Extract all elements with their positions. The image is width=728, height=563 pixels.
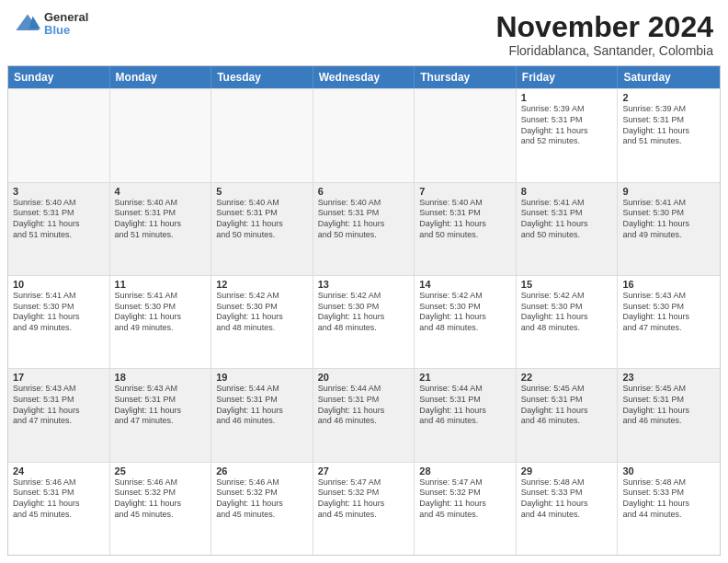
cal-cell: 23Sunrise: 5:45 AM Sunset: 5:31 PM Dayli…: [618, 369, 720, 461]
day-info: Sunrise: 5:41 AM Sunset: 5:30 PM Dayligh…: [622, 198, 715, 241]
page-container: General Blue November 2024 Floridablanca…: [0, 0, 728, 563]
day-number: 3: [13, 186, 105, 197]
day-number: 27: [318, 465, 410, 477]
cal-cell: 12Sunrise: 5:42 AM Sunset: 5:30 PM Dayli…: [211, 276, 313, 368]
day-number: 17: [13, 372, 105, 383]
cal-cell: 6Sunrise: 5:40 AM Sunset: 5:31 PM Daylig…: [313, 183, 415, 275]
cal-cell: 2Sunrise: 5:39 AM Sunset: 5:31 PM Daylig…: [618, 89, 720, 181]
cal-cell: 14Sunrise: 5:42 AM Sunset: 5:30 PM Dayli…: [415, 276, 517, 368]
month-title: November 2024: [495, 11, 713, 43]
cal-cell: 15Sunrise: 5:42 AM Sunset: 5:30 PM Dayli…: [517, 276, 619, 368]
cal-cell: 30Sunrise: 5:48 AM Sunset: 5:33 PM Dayli…: [618, 463, 720, 555]
day-number: 16: [622, 279, 715, 290]
day-info: Sunrise: 5:44 AM Sunset: 5:31 PM Dayligh…: [216, 384, 308, 427]
title-area: November 2024 Floridablanca, Santander, …: [495, 11, 713, 58]
cal-cell: 25Sunrise: 5:46 AM Sunset: 5:32 PM Dayli…: [110, 463, 212, 555]
header-friday: Friday: [517, 66, 619, 88]
day-info: Sunrise: 5:42 AM Sunset: 5:30 PM Dayligh…: [318, 291, 410, 334]
day-number: 29: [521, 465, 613, 477]
header-monday: Monday: [110, 66, 212, 88]
cal-cell: [313, 89, 415, 181]
cal-cell: 21Sunrise: 5:44 AM Sunset: 5:31 PM Dayli…: [415, 369, 517, 461]
cal-cell: [211, 89, 313, 181]
day-info: Sunrise: 5:46 AM Sunset: 5:32 PM Dayligh…: [115, 477, 207, 521]
logo-text: General Blue: [44, 11, 88, 38]
logo-blue: Blue: [44, 24, 88, 37]
cal-cell: 18Sunrise: 5:43 AM Sunset: 5:31 PM Dayli…: [110, 369, 212, 461]
cal-row-4: 24Sunrise: 5:46 AM Sunset: 5:31 PM Dayli…: [8, 462, 720, 555]
cal-cell: 17Sunrise: 5:43 AM Sunset: 5:31 PM Dayli…: [8, 369, 110, 461]
day-number: 20: [318, 372, 410, 383]
day-info: Sunrise: 5:40 AM Sunset: 5:31 PM Dayligh…: [318, 198, 410, 241]
cal-row-2: 10Sunrise: 5:41 AM Sunset: 5:30 PM Dayli…: [8, 275, 720, 368]
cal-cell: 8Sunrise: 5:41 AM Sunset: 5:31 PM Daylig…: [517, 183, 619, 275]
header-saturday: Saturday: [618, 66, 720, 88]
day-info: Sunrise: 5:43 AM Sunset: 5:31 PM Dayligh…: [13, 384, 105, 427]
day-info: Sunrise: 5:41 AM Sunset: 5:30 PM Dayligh…: [13, 291, 105, 334]
day-number: 10: [13, 279, 105, 290]
day-number: 13: [318, 279, 410, 290]
cal-cell: 19Sunrise: 5:44 AM Sunset: 5:31 PM Dayli…: [211, 369, 313, 461]
day-number: 11: [115, 279, 207, 290]
cal-cell: 29Sunrise: 5:48 AM Sunset: 5:33 PM Dayli…: [517, 463, 619, 555]
day-number: 28: [419, 465, 511, 477]
day-info: Sunrise: 5:42 AM Sunset: 5:30 PM Dayligh…: [521, 291, 613, 334]
day-info: Sunrise: 5:45 AM Sunset: 5:31 PM Dayligh…: [521, 384, 613, 427]
day-number: 7: [419, 186, 511, 197]
day-info: Sunrise: 5:40 AM Sunset: 5:31 PM Dayligh…: [419, 198, 511, 241]
cal-cell: 28Sunrise: 5:47 AM Sunset: 5:32 PM Dayli…: [415, 463, 517, 555]
day-number: 15: [521, 279, 613, 290]
cal-cell: 20Sunrise: 5:44 AM Sunset: 5:31 PM Dayli…: [313, 369, 415, 461]
day-info: Sunrise: 5:42 AM Sunset: 5:30 PM Dayligh…: [419, 291, 511, 334]
day-info: Sunrise: 5:39 AM Sunset: 5:31 PM Dayligh…: [622, 104, 715, 147]
day-info: Sunrise: 5:42 AM Sunset: 5:30 PM Dayligh…: [216, 291, 308, 334]
cal-cell: [110, 89, 212, 181]
day-number: 12: [216, 279, 308, 290]
day-number: 4: [115, 186, 207, 197]
cal-cell: 4Sunrise: 5:40 AM Sunset: 5:31 PM Daylig…: [110, 183, 212, 275]
day-number: 21: [419, 372, 511, 383]
logo-general: General: [44, 11, 88, 24]
cal-cell: 11Sunrise: 5:41 AM Sunset: 5:30 PM Dayli…: [110, 276, 212, 368]
calendar-body: 1Sunrise: 5:39 AM Sunset: 5:31 PM Daylig…: [8, 88, 720, 555]
day-number: 1: [521, 92, 613, 103]
day-number: 14: [419, 279, 511, 290]
day-number: 6: [318, 186, 410, 197]
cal-row-0: 1Sunrise: 5:39 AM Sunset: 5:31 PM Daylig…: [8, 88, 720, 181]
day-number: 24: [13, 465, 105, 477]
day-info: Sunrise: 5:40 AM Sunset: 5:31 PM Dayligh…: [13, 198, 105, 241]
day-info: Sunrise: 5:45 AM Sunset: 5:31 PM Dayligh…: [622, 384, 715, 427]
day-info: Sunrise: 5:47 AM Sunset: 5:32 PM Dayligh…: [318, 477, 410, 521]
day-info: Sunrise: 5:39 AM Sunset: 5:31 PM Dayligh…: [521, 104, 613, 147]
day-info: Sunrise: 5:48 AM Sunset: 5:33 PM Dayligh…: [521, 477, 613, 521]
logo-area: General Blue: [15, 11, 88, 38]
calendar: SundayMondayTuesdayWednesdayThursdayFrid…: [7, 65, 721, 556]
cal-cell: 5Sunrise: 5:40 AM Sunset: 5:31 PM Daylig…: [211, 183, 313, 275]
cal-cell: 9Sunrise: 5:41 AM Sunset: 5:30 PM Daylig…: [618, 183, 720, 275]
day-info: Sunrise: 5:43 AM Sunset: 5:31 PM Dayligh…: [115, 384, 207, 427]
cal-cell: [8, 89, 110, 181]
day-info: Sunrise: 5:41 AM Sunset: 5:30 PM Dayligh…: [115, 291, 207, 334]
cal-cell: [415, 89, 517, 181]
day-number: 23: [622, 372, 715, 383]
cal-cell: 10Sunrise: 5:41 AM Sunset: 5:30 PM Dayli…: [8, 276, 110, 368]
day-info: Sunrise: 5:44 AM Sunset: 5:31 PM Dayligh…: [419, 384, 511, 427]
day-number: 18: [115, 372, 207, 383]
logo-icon: [15, 11, 40, 37]
cal-row-1: 3Sunrise: 5:40 AM Sunset: 5:31 PM Daylig…: [8, 182, 720, 275]
day-info: Sunrise: 5:47 AM Sunset: 5:32 PM Dayligh…: [419, 477, 511, 521]
header-tuesday: Tuesday: [211, 66, 313, 88]
cal-cell: 3Sunrise: 5:40 AM Sunset: 5:31 PM Daylig…: [8, 183, 110, 275]
day-info: Sunrise: 5:40 AM Sunset: 5:31 PM Dayligh…: [216, 198, 308, 241]
cal-cell: 26Sunrise: 5:46 AM Sunset: 5:32 PM Dayli…: [211, 463, 313, 555]
header-wednesday: Wednesday: [313, 66, 415, 88]
cal-cell: 16Sunrise: 5:43 AM Sunset: 5:30 PM Dayli…: [618, 276, 720, 368]
cal-cell: 22Sunrise: 5:45 AM Sunset: 5:31 PM Dayli…: [517, 369, 619, 461]
day-info: Sunrise: 5:43 AM Sunset: 5:30 PM Dayligh…: [622, 291, 715, 334]
day-number: 9: [622, 186, 715, 197]
cal-cell: 13Sunrise: 5:42 AM Sunset: 5:30 PM Dayli…: [313, 276, 415, 368]
day-info: Sunrise: 5:46 AM Sunset: 5:32 PM Dayligh…: [216, 477, 308, 521]
header: General Blue November 2024 Floridablanca…: [0, 0, 728, 65]
day-info: Sunrise: 5:41 AM Sunset: 5:31 PM Dayligh…: [521, 198, 613, 241]
location: Floridablanca, Santander, Colombia: [495, 43, 713, 58]
